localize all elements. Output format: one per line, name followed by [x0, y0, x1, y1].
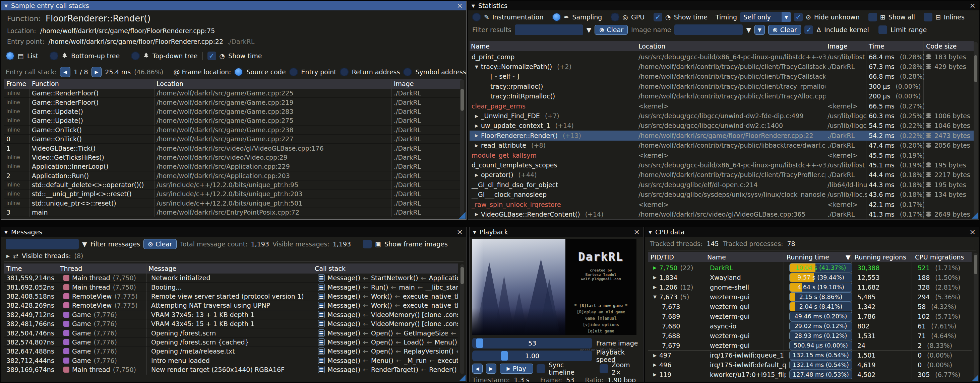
top-down-tree-label[interactable]: Top-down tree	[153, 52, 197, 60]
column-header-location[interactable]: Location	[638, 41, 665, 51]
hide-unknown-checkbox[interactable]: ✓	[794, 13, 803, 21]
table-row[interactable]: inlinestd::__uniq_ptr_impl<>::reset()/us…	[4, 190, 462, 199]
table-row[interactable]: ▶FloorRenderer::Render()(+13)/home/wolf/…	[469, 131, 974, 140]
gpu-label[interactable]: GPU	[631, 13, 644, 21]
vertical-scrollbar[interactable]	[974, 42, 978, 218]
resize-grip[interactable]	[459, 375, 466, 381]
table-row[interactable]: inlineGame::OnTick()/home/wolf/darkrl/sr…	[4, 125, 462, 135]
vertical-scrollbar[interactable]	[460, 264, 464, 374]
table-row[interactable]: ▼tracy::NormalizePath()(+2)/home/wolf/da…	[469, 62, 974, 71]
table-row[interactable]: tracy::InitRpmalloc()/home/wolf/darkrl/c…	[469, 92, 974, 101]
hide-unknown-label[interactable]: Hide unknown	[814, 13, 860, 21]
column-header-time[interactable]: Time	[6, 263, 22, 274]
table-row[interactable]: inlineGame::Update()/home/wolf/darkrl/sr…	[4, 107, 462, 116]
sampling-radio[interactable]	[552, 13, 561, 21]
next-frame-button[interactable]: ▶	[486, 364, 496, 374]
image-name-input[interactable]	[675, 24, 743, 35]
column-header-function[interactable]: Function	[32, 79, 59, 89]
table-row[interactable]: 382,647,488nsGame(7,776)Opening /meta/re…	[4, 347, 458, 356]
vertical-scrollbar[interactable]	[974, 253, 978, 379]
table-row[interactable]: ▶7,750(22)DarkRL10.04 s (41.37%)30,38852…	[648, 263, 972, 272]
clear-image-filter-button[interactable]: ⊗ Clear	[768, 25, 801, 35]
table-row[interactable]: 382,408,518nsRemoteView(7,775)Remote vie…	[4, 292, 458, 301]
zoom-2x-label[interactable]: Zoom 2×	[612, 361, 641, 376]
close-icon[interactable]: ×	[457, 2, 463, 9]
play-button[interactable]: ▶ Play	[500, 364, 533, 374]
table-row[interactable]: d_print_comp/usr/src/debug/gcc-build/x86…	[469, 52, 974, 62]
top-down-tree-radio[interactable]	[131, 52, 140, 60]
resize-grip[interactable]	[972, 212, 978, 218]
column-header-codesize[interactable]: Code size	[926, 41, 957, 51]
frame-image-slider[interactable]: 53	[472, 338, 592, 348]
column-header-migrations[interactable]: CPU migrations	[915, 252, 964, 262]
table-row[interactable]: inlineGame::RenderFloor()/home/wolf/dark…	[4, 89, 462, 98]
callstack-icon[interactable]	[318, 339, 325, 346]
callstack-icon[interactable]	[318, 357, 325, 364]
table-row[interactable]: 381,692,052nsMain thread(7,750)Booting..…	[4, 283, 458, 291]
return-address-radio[interactable]	[340, 68, 348, 76]
sync-timeline-checkbox[interactable]: ✓	[536, 364, 545, 373]
column-header-image[interactable]: Image	[827, 41, 848, 51]
bottom-up-tree-label[interactable]: Bottom-up tree	[71, 52, 120, 60]
symbol-address-label[interactable]: Symbol address	[415, 68, 466, 76]
filter-messages-label[interactable]: Filter messages	[91, 241, 140, 248]
callstack-icon[interactable]	[318, 283, 325, 291]
message-filter-input[interactable]	[6, 239, 79, 249]
panel-titlebar[interactable]: ▼ Statistics ×	[468, 1, 979, 10]
table-row[interactable]: ▶_Unwind_Find_FDE(+7)/usr/src/debug/gcc/…	[469, 111, 974, 120]
return-address-label[interactable]: Return address	[352, 68, 400, 76]
callstack-icon[interactable]	[318, 274, 325, 282]
column-header-image[interactable]: Image	[394, 79, 414, 89]
sync-timeline-label[interactable]: Sync timeline	[549, 361, 592, 376]
source-code-radio[interactable]	[234, 68, 243, 76]
callstack-icon[interactable]	[318, 348, 325, 355]
close-icon[interactable]: ×	[970, 2, 976, 9]
close-icon[interactable]: ×	[457, 229, 463, 235]
gpu-radio[interactable]	[611, 13, 619, 21]
bottom-up-tree-radio[interactable]	[49, 52, 58, 60]
expand-right-icon[interactable]: ▶	[6, 253, 10, 258]
zoom-2x-checkbox[interactable]: ✓	[600, 364, 608, 373]
table-row[interactable]: inlineApplication::InnerLoop()/home/wolf…	[4, 162, 462, 171]
clear-filter-button[interactable]: ⊗ Clear	[595, 25, 628, 35]
table-row[interactable]: ▶uw_update_context_1(+14)/usr/src/debug/…	[469, 121, 974, 131]
table-row[interactable]: ▶1,206(12)gnome-shell4.64 s (19.10%)11,6…	[648, 282, 972, 292]
prev-frame-button[interactable]: ◀	[472, 364, 483, 374]
sort-desc-icon[interactable]: ▼	[846, 252, 851, 262]
column-header-runningtime[interactable]: Running time	[787, 252, 829, 262]
list-view-label[interactable]: List	[27, 52, 38, 60]
callstack-icon[interactable]	[318, 329, 325, 337]
table-row[interactable]: 382,428,269nsRemoteView(7,775)Attempting…	[4, 301, 458, 310]
funnel-icon[interactable]: ▼	[746, 26, 751, 33]
entry-point-radio[interactable]	[289, 68, 298, 76]
scrollbar-thumb[interactable]	[460, 267, 464, 284]
panel-titlebar[interactable]: ▼ Messages ×	[1, 227, 466, 237]
column-header-regions[interactable]: Running regions	[855, 252, 906, 262]
table-row[interactable]: inlineGame::RenderFloor()/home/wolf/dark…	[4, 98, 462, 107]
show-time-label[interactable]: Show time	[228, 52, 262, 60]
instrumentation-label[interactable]: Instrumentation	[492, 13, 544, 21]
panel-titlebar[interactable]: ▼ Playback ×	[469, 227, 643, 237]
table-row[interactable]: tracy::rpmalloc()/home/wolf/darkrl/contr…	[469, 81, 974, 91]
callstack-icon[interactable]	[318, 320, 325, 328]
inlines-label[interactable]: Inlines	[944, 13, 964, 21]
table-row[interactable]: ▶496irq/175-iwlwifi:default_qu132.14 ms …	[648, 360, 972, 370]
collapse-arrow-icon[interactable]: ▼	[4, 3, 8, 8]
funnel-icon[interactable]: ▼	[587, 26, 592, 33]
sampling-label[interactable]: Sampling	[572, 13, 602, 21]
visible-threads-label[interactable]: Visible threads:	[22, 252, 71, 260]
column-header-name[interactable]: Name	[707, 252, 726, 262]
callstack-icon[interactable]	[318, 302, 325, 309]
chevron-down-icon[interactable]: ▼	[781, 12, 791, 22]
table-row[interactable]: 7,680async-io29.02 ms (0.12%)80261(7.61%…	[648, 321, 972, 331]
table-row[interactable]: 1VideoGLBase::Tick()/home/wolf/darkrl/sr…	[4, 144, 462, 153]
column-header-location[interactable]: Location	[156, 79, 183, 89]
panel-titlebar[interactable]: ▼ Sample entry call stacks ×	[1, 1, 466, 10]
include-kernel-checkbox[interactable]: ✓	[804, 25, 813, 34]
table-row[interactable]: inlineVideo::GetTicksHiRes()/home/wolf/d…	[4, 153, 462, 162]
column-header-thread[interactable]: Thread	[60, 263, 82, 274]
table-row[interactable]: __GI___clock_nanosleep/usr/src/debug/gli…	[469, 190, 974, 199]
table-row[interactable]: clear_page_erms<kernel><kernel>66.5 ms(0…	[469, 101, 974, 111]
show-time-label[interactable]: Show time	[674, 13, 708, 21]
table-row[interactable]: inlinestd::unique_ptr<>::reset()/usr/inc…	[4, 199, 462, 208]
